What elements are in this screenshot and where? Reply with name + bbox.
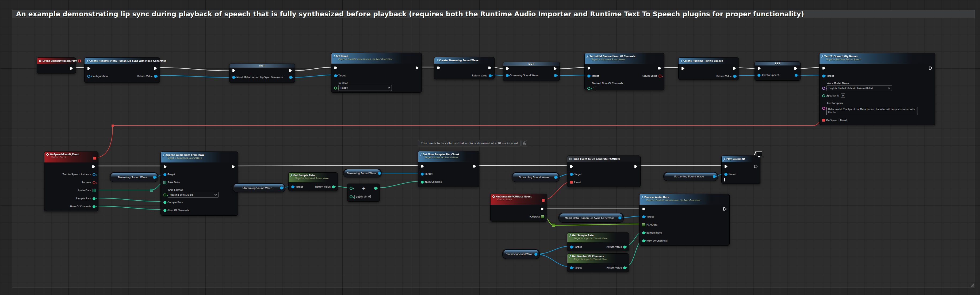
audio-data-pin[interactable] bbox=[92, 189, 95, 192]
num-channels-pin[interactable] bbox=[587, 87, 590, 90]
exec-out-pin[interactable] bbox=[473, 165, 476, 168]
data-wire[interactable] bbox=[155, 75, 234, 78]
getter-streaming-sound-wave[interactable]: Streaming Sound Wave bbox=[343, 169, 382, 178]
node-create-runtime-tts[interactable]: ƒ Create Runtime Text to Speech Return V… bbox=[678, 57, 739, 80]
tts-instance-pin[interactable] bbox=[92, 173, 95, 176]
value-out-pin[interactable] bbox=[153, 176, 156, 179]
return-value-pin[interactable] bbox=[623, 266, 626, 270]
exec-wire[interactable] bbox=[291, 67, 336, 71]
event-pin[interactable] bbox=[570, 181, 573, 184]
speaker-id-input[interactable]: 0 bbox=[841, 94, 845, 98]
target-pin[interactable] bbox=[570, 266, 573, 270]
exec-in-pin[interactable] bbox=[757, 67, 761, 70]
data-wire[interactable] bbox=[554, 224, 644, 225]
exec-out-pin[interactable] bbox=[415, 66, 419, 70]
exec-out-pin[interactable] bbox=[289, 69, 292, 72]
node-set-streaming-sound-wave-var[interactable]: SET Streaming Sound Wave bbox=[503, 62, 560, 81]
node-get-sample-rate[interactable]: ƒGet Sample Rate Target is Imported Soun… bbox=[288, 172, 338, 191]
num-channels-input[interactable]: 1 bbox=[592, 86, 596, 90]
target-pin[interactable] bbox=[291, 186, 294, 189]
target-pin[interactable] bbox=[642, 216, 645, 218]
getter-streaming-sound-wave[interactable]: Streaming Sound Wave bbox=[502, 249, 540, 259]
exec-in-pin[interactable] bbox=[334, 66, 337, 70]
exec-wire[interactable] bbox=[155, 68, 234, 71]
node-set-num-samples-per-chunk[interactable]: ƒSet Num Samples Per Chunk Target is Imp… bbox=[418, 151, 479, 187]
return-value-pin[interactable] bbox=[733, 75, 736, 78]
exec-in-pin[interactable] bbox=[724, 165, 728, 168]
node-append-audio-data-from-raw[interactable]: ƒAppend Audio Data From RAW Target is St… bbox=[161, 152, 238, 216]
exec-out-pin[interactable] bbox=[70, 67, 73, 70]
exec-out-pin[interactable] bbox=[92, 165, 95, 168]
node-get-number-of-channels[interactable]: ƒGet Number Of Channels Target is Import… bbox=[567, 253, 629, 272]
value-out-pin[interactable] bbox=[795, 74, 798, 77]
node-set-text-to-speech-var[interactable]: SET Text to Speech bbox=[754, 62, 800, 81]
reroute-pcmdata[interactable] bbox=[552, 224, 555, 227]
return-value-pin[interactable] bbox=[332, 186, 335, 189]
data-wire[interactable] bbox=[94, 198, 165, 201]
node-get-sample-rate-2[interactable]: ƒGet Sample Rate Target is Imported Soun… bbox=[567, 233, 629, 251]
value-in-pin[interactable] bbox=[757, 74, 760, 77]
comment-bubble-icon[interactable] bbox=[522, 140, 527, 146]
data-wire[interactable] bbox=[94, 206, 165, 209]
target-pin[interactable] bbox=[164, 173, 166, 176]
node-bind-event-on-generate-pcmdata[interactable]: Bind Event to On Generate PCMData Target… bbox=[567, 155, 641, 187]
exec-in-pin[interactable] bbox=[822, 67, 826, 70]
node-set-mood[interactable]: ƒSet Mood Target is Realistic Meta Human… bbox=[331, 52, 422, 93]
num-channels-pin[interactable] bbox=[164, 209, 166, 212]
exec-out-pin[interactable] bbox=[658, 67, 662, 70]
speaker-id-pin[interactable] bbox=[822, 94, 825, 97]
getter-streaming-sound-wave[interactable]: Streaming Sound Wave bbox=[110, 172, 158, 182]
exec-out-pin[interactable] bbox=[232, 165, 235, 168]
exec-in-pin[interactable] bbox=[570, 165, 573, 168]
text-to-speak-input[interactable]: Hello, world! The lips of the MetaHuman … bbox=[826, 107, 917, 115]
sample-rate-pin[interactable] bbox=[164, 201, 166, 204]
divide-output-pin[interactable] bbox=[374, 187, 377, 190]
getter-streaming-sound-wave[interactable]: Streaming Sound Wave bbox=[233, 183, 285, 192]
exec-out-pin[interactable] bbox=[794, 67, 798, 70]
target-pin[interactable] bbox=[421, 173, 424, 176]
raw-format-dropdown[interactable]: Floating point 32-bit bbox=[168, 192, 218, 198]
num-channels-pin[interactable] bbox=[642, 239, 645, 243]
value-out-pin[interactable] bbox=[554, 176, 557, 179]
node-on-generate-pcmdata-event[interactable]: OnGeneratePCMData_Event Custom Event PCM… bbox=[490, 194, 547, 222]
sound-pin[interactable] bbox=[724, 173, 727, 176]
exec-in-pin[interactable] bbox=[506, 67, 509, 70]
node-comment-bubble[interactable]: This needs to be called so that audio is… bbox=[418, 140, 527, 146]
value-in-pin[interactable] bbox=[506, 74, 509, 77]
exec-out-pin[interactable] bbox=[554, 67, 557, 70]
value-out-pin[interactable] bbox=[618, 216, 621, 219]
value-out-pin[interactable] bbox=[280, 187, 283, 189]
on-speech-result-pin[interactable] bbox=[822, 119, 825, 122]
node-set-initial-num-channels[interactable]: ƒSet Initial Desired Num Of Channels Tar… bbox=[584, 53, 664, 90]
value-out-pin[interactable] bbox=[378, 172, 381, 175]
node-create-lipsync-generator[interactable]: ƒ Create Realistic Meta Human Lip Sync w… bbox=[84, 57, 160, 83]
target-pin[interactable] bbox=[822, 75, 825, 78]
data-wire[interactable] bbox=[376, 181, 422, 188]
text-to-speak-pin[interactable] bbox=[822, 107, 825, 110]
pcmdata-pin[interactable] bbox=[541, 216, 544, 218]
exec-in-pin[interactable] bbox=[421, 165, 424, 168]
return-value-pin[interactable] bbox=[488, 74, 492, 77]
reroute-delegate[interactable] bbox=[111, 125, 114, 127]
num-channels-pin[interactable] bbox=[92, 205, 95, 208]
num-samples-pin[interactable] bbox=[421, 181, 424, 184]
value-in-pin[interactable] bbox=[232, 76, 235, 79]
exec-wire[interactable] bbox=[475, 165, 571, 166]
target-pin[interactable] bbox=[570, 246, 573, 249]
voice-model-dropdown[interactable]: English (United States) - Kokoro (Bella) bbox=[826, 85, 892, 91]
divide-input-b-pin[interactable] bbox=[350, 195, 353, 198]
exec-out-pin[interactable] bbox=[541, 207, 544, 211]
in-mood-pin[interactable] bbox=[334, 87, 337, 89]
node-divide[interactable]: 100 ÷ Add pin+ bbox=[347, 184, 380, 202]
node-play-sound-2d[interactable]: ƒ Play Sound 2D Sound bbox=[721, 155, 760, 184]
target-pin[interactable] bbox=[587, 75, 590, 78]
exec-out-pin[interactable] bbox=[488, 66, 492, 70]
exec-wire[interactable] bbox=[234, 165, 422, 166]
node-event-begin-play[interactable]: Event Blueprint Begin Play bbox=[37, 57, 76, 73]
delegate-pin[interactable] bbox=[542, 199, 544, 202]
add-pin-button[interactable]: Add pin+ bbox=[359, 195, 371, 198]
node-text-to-speech-by-name[interactable]: ƒText To Speech (By Name) Target is Runt… bbox=[819, 53, 935, 125]
return-value-pin[interactable] bbox=[154, 75, 157, 78]
reroute-array[interactable] bbox=[150, 189, 153, 192]
raw-format-pin[interactable] bbox=[164, 193, 166, 197]
